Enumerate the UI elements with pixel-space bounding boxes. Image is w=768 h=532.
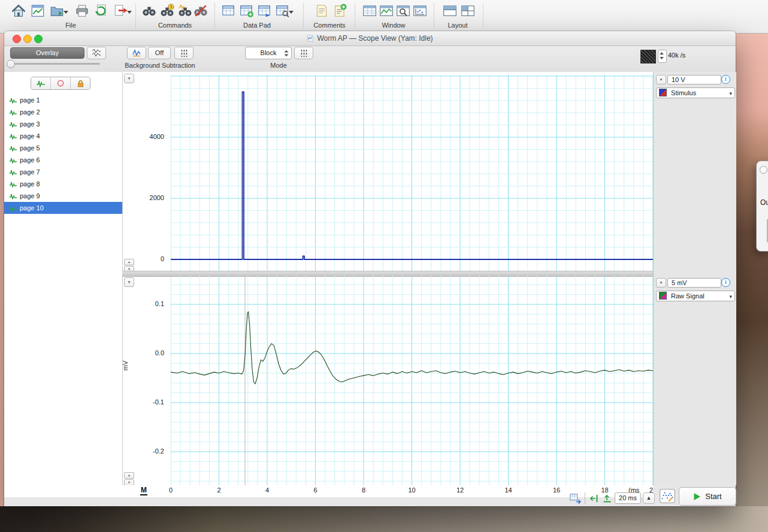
datapad-find-icon[interactable] [274,3,290,19]
background-subtraction-off-button[interactable]: Off [148,47,171,59]
find-stop-icon[interactable] [193,3,208,19]
raw-info-icon[interactable]: i [721,278,730,287]
list-item[interactable]: page 6 [4,154,122,166]
comment-icon[interactable] [314,3,329,19]
compress-horizontal-icon[interactable] [588,493,599,504]
background-subtraction-label: Background Subtraction [115,62,205,69]
list-item[interactable]: page 1 [4,94,122,106]
background-subtraction-options-button[interactable] [174,47,193,59]
stimulator-panel-icon[interactable] [659,488,676,504]
record-icon [56,79,65,87]
list-item[interactable]: page 2 [4,106,122,118]
raw-collapse-button[interactable]: ▾ [656,278,666,288]
open-icon[interactable] [49,3,65,19]
y-tick-label: 0.1 [155,300,164,307]
waveform-icon [9,168,17,176]
revert-icon[interactable] [93,3,109,19]
timebase-select[interactable]: 20 ms [615,492,641,504]
waveform-icon [9,192,17,200]
start-button[interactable]: Start [679,487,736,506]
waveform-icon [36,79,46,87]
side-window-button[interactable] [760,166,767,174]
print-icon[interactable] [74,3,90,19]
toolbar-group-label-window: Window [359,22,428,29]
output-side-window[interactable]: Ou [756,161,768,252]
page-label: page 2 [20,108,40,116]
toolbar-group-label-commands: Commands [141,22,208,29]
app-toolbar: File Commands Data Pad Comments Window L… [0,0,768,34]
mode-select[interactable]: Block [245,47,292,59]
record-toggle[interactable] [51,77,71,89]
window-title: Worm AP — Scope View (Yam: Idle) [4,31,736,46]
compress-vertical-icon[interactable] [601,493,612,504]
baseline-wave-icon [132,48,141,58]
waveform-icon [9,156,17,164]
new-document-icon[interactable] [30,3,46,19]
list-item[interactable]: page 8 [4,178,122,190]
home-icon[interactable] [11,3,26,19]
stimulus-plot[interactable] [171,75,653,271]
wallpaper-cliff-right [736,31,768,532]
sidebar-mode-toggle [31,77,90,90]
page-list: page 1page 2page 3page 4page 5page 6page… [4,94,122,214]
stimulus-trace-svg[interactable] [171,75,653,271]
stim-range-select[interactable]: 10 V [667,75,721,84]
comment-add-icon[interactable] [332,3,347,19]
zoom-slider[interactable] [9,63,100,65]
toolbar-separator [483,3,483,28]
toolbar-group-label-datapad: Data Pad [220,22,294,29]
list-item[interactable]: page 3 [4,118,122,130]
layout-grid-icon[interactable] [460,3,476,19]
datapad-dropdown-icon[interactable] [289,11,294,14]
trace-pattern-swatch[interactable] [640,50,656,64]
mode-options-button[interactable] [294,47,313,59]
mode-label: Mode [245,62,312,69]
zoom-slider-knob[interactable] [7,60,15,68]
find-icon[interactable] [141,3,157,19]
time-marker[interactable]: M [140,486,147,495]
overlay-style-button[interactable] [87,47,106,59]
open-dropdown-icon[interactable] [64,11,68,14]
page-label: page 8 [20,180,40,188]
raw-trace-svg[interactable] [171,276,653,485]
stim-collapse-button[interactable]: ▾ [656,75,666,84]
title-bar[interactable]: Worm AP — Scope View (Yam: Idle) [4,31,736,46]
layout-tile-icon[interactable] [442,3,458,19]
find-time-icon[interactable] [159,3,175,19]
datapad-view-icon[interactable] [220,3,236,19]
stim-y-axis: 400020000 [133,75,168,271]
find-spike-icon[interactable] [177,3,193,19]
toolbar-separator [214,3,215,28]
show-waveform-toggle[interactable] [31,77,51,89]
share-dropdown-icon[interactable] [127,11,132,14]
window-xy-icon[interactable] [412,3,428,19]
waveform-icon [9,96,17,104]
list-item[interactable]: page 5 [4,142,122,154]
sample-rate-stepper[interactable] [658,50,667,63]
raw-signal-plot[interactable] [171,276,653,485]
list-item[interactable]: page 9 [4,190,122,202]
raw-color-swatch [659,292,667,300]
timebase-up-button[interactable]: ▲ [643,492,655,504]
window-zoom-icon[interactable] [395,3,411,19]
window-datapad-icon[interactable] [362,3,377,19]
raw-range-select[interactable]: 5 mV [667,278,721,288]
list-item[interactable]: page 7 [4,166,122,178]
stim-info-icon[interactable]: i [721,75,730,84]
window-chart-icon[interactable] [379,3,394,19]
datapad-add-icon[interactable] [238,3,254,19]
background-subtraction-setup-button[interactable] [127,47,146,59]
lock-toggle[interactable] [71,77,90,89]
datapad-transfer-icon[interactable] [256,3,272,19]
list-item[interactable]: page 4 [4,130,122,142]
raw-y-axis-unit: mV [122,361,129,371]
add-to-datapad-icon[interactable] [569,492,582,504]
page-label: page 5 [20,144,40,152]
raw-channel-select[interactable]: Raw Signal ▾ [656,291,735,301]
x-tick-label: 16 [549,486,564,494]
overlay-button[interactable]: Overlay [10,47,84,59]
stim-channel-select[interactable]: Stimulus ▾ [656,87,735,98]
waveform-icon [9,180,17,188]
share-icon[interactable] [113,3,128,19]
list-item[interactable]: page 10 [4,202,122,214]
